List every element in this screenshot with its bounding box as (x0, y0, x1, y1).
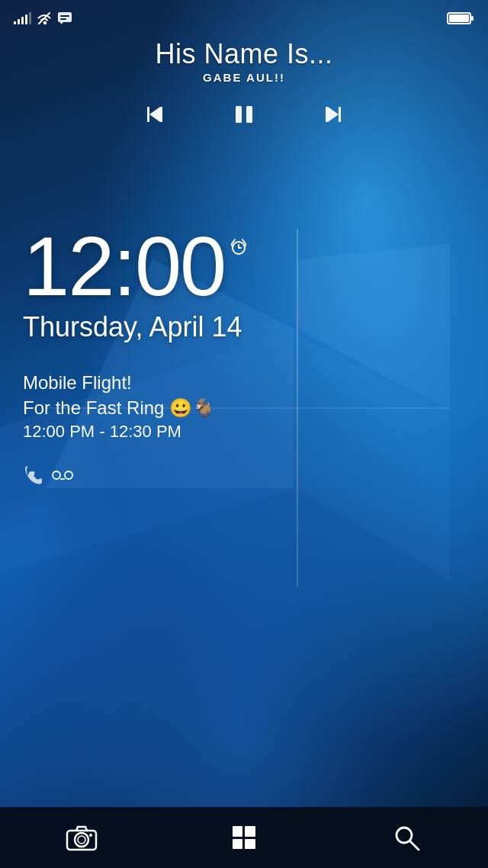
wifi-icon (36, 11, 53, 25)
win-square-1 (233, 826, 243, 837)
phone-area (0, 442, 488, 486)
signal-bar-4 (25, 14, 27, 24)
media-controls (0, 92, 488, 133)
clock-icons (230, 238, 248, 256)
clock-date: Thursday, April 14 (23, 311, 465, 343)
next-button[interactable] (315, 104, 341, 125)
svg-rect-20 (246, 106, 252, 123)
camera-button[interactable] (59, 815, 104, 860)
svg-rect-11 (60, 15, 69, 17)
clock-time: 12:00 (23, 224, 225, 308)
clock-area: 12:00 Thursday, April 14 (0, 133, 488, 343)
win-square-3 (233, 839, 243, 850)
svg-point-26 (65, 471, 72, 479)
svg-marker-16 (149, 107, 160, 122)
clock-row: 12:00 (23, 224, 465, 308)
next-icon (315, 104, 341, 125)
music-title: His Name Is... (15, 38, 473, 69)
win-square-4 (245, 839, 255, 850)
svg-rect-18 (147, 107, 149, 122)
svg-rect-23 (339, 107, 341, 122)
search-icon (393, 824, 420, 851)
svg-rect-15 (470, 16, 474, 21)
svg-rect-12 (60, 18, 66, 20)
notification-time: 12:00 PM - 12:30 PM (23, 422, 465, 442)
svg-rect-9 (58, 12, 72, 22)
svg-point-32 (396, 828, 412, 843)
signal-bar-3 (21, 17, 24, 24)
svg-point-25 (53, 471, 60, 479)
signal-bar-1 (14, 21, 16, 24)
alarm-icon (230, 238, 248, 256)
svg-rect-19 (236, 106, 242, 123)
phone-icon (23, 465, 44, 486)
signal-bar-5 (29, 12, 31, 24)
win-square-2 (245, 826, 255, 837)
svg-rect-17 (160, 107, 162, 122)
svg-marker-10 (60, 22, 63, 24)
signal-icon (14, 12, 31, 24)
pause-button[interactable] (234, 104, 254, 125)
svg-point-31 (89, 834, 92, 837)
taskbar (0, 807, 488, 868)
music-artist: GABE AUL!! (15, 71, 473, 84)
status-right (447, 11, 474, 25)
status-bar (0, 0, 488, 34)
chat-icon (57, 11, 72, 25)
voicemail-icon (52, 470, 73, 481)
svg-point-29 (75, 833, 88, 847)
music-area: His Name Is... GABE AUL!! (0, 34, 488, 92)
camera-icon (66, 824, 98, 851)
svg-rect-14 (449, 14, 469, 22)
search-button[interactable] (384, 815, 429, 860)
pause-icon (234, 104, 254, 125)
notification-subtitle-text: For the Fast Ring 😀🐐 (23, 397, 215, 418)
notification-title: Mobile Flight! (23, 371, 465, 394)
status-left (14, 11, 72, 25)
previous-button[interactable] (147, 104, 173, 125)
signal-bar-2 (18, 19, 20, 24)
notification-area: Mobile Flight! For the Fast Ring 😀🐐 12:0… (0, 343, 488, 442)
svg-rect-22 (326, 107, 328, 122)
svg-marker-21 (328, 107, 339, 122)
windows-icon (233, 826, 255, 849)
svg-line-33 (410, 841, 419, 850)
previous-icon (147, 104, 173, 125)
notification-subtitle: For the Fast Ring 😀🐐 (23, 395, 465, 421)
svg-point-30 (78, 836, 85, 844)
battery-icon (447, 11, 474, 25)
windows-button[interactable] (221, 815, 267, 860)
